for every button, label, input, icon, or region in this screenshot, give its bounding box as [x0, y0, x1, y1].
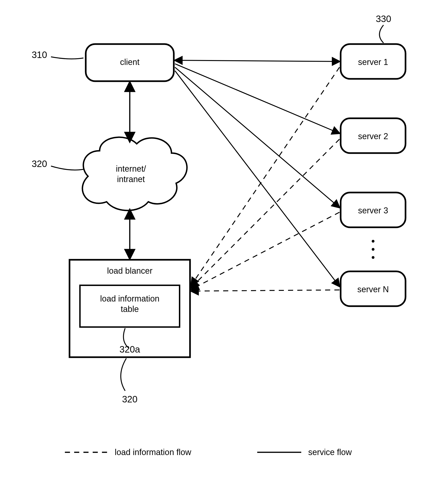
ref-network: 320 — [32, 159, 47, 169]
server-1-label: server 1 — [358, 57, 388, 67]
network-label-2: intranet — [117, 174, 145, 184]
server-3-label: server 3 — [358, 206, 388, 215]
edge-client-server3 — [175, 67, 339, 208]
network-label-1: internet/ — [116, 164, 146, 173]
ref-client-leader — [51, 57, 83, 59]
svg-point-1 — [372, 248, 374, 251]
ref-load-balancer-leader — [121, 358, 126, 391]
server-2-label: server 2 — [358, 131, 388, 141]
client-label: client — [120, 57, 140, 67]
load-balancer-label: load blancer — [107, 266, 152, 275]
edge-client-server2 — [175, 64, 339, 133]
network-cloud — [82, 137, 187, 211]
diagram-canvas: client 310 internet/ intranet 320 load b… — [0, 0, 428, 504]
ref-client: 310 — [32, 50, 47, 60]
svg-point-2 — [372, 256, 374, 259]
ref-servers: 330 — [376, 14, 391, 24]
edge-server3-lb — [191, 212, 339, 290]
svg-point-0 — [372, 240, 374, 243]
ref-load-balancer: 320 — [122, 394, 138, 404]
ref-servers-leader — [379, 25, 384, 43]
edge-client-server1 — [175, 60, 339, 61]
edge-server2-lb — [191, 139, 339, 288]
edge-client-serverN — [175, 71, 339, 286]
legend-dashed-label: load information flow — [115, 447, 191, 457]
ref-load-table: 320a — [120, 344, 140, 354]
server-n-label: server N — [357, 285, 389, 294]
server-ellipsis — [372, 240, 374, 259]
legend: load information flow service flow — [65, 447, 352, 457]
ref-network-leader — [51, 166, 83, 170]
legend-solid-label: service flow — [308, 447, 352, 457]
edge-serverN-lb — [191, 290, 339, 291]
load-table-label-1: load information — [100, 294, 159, 303]
load-table-label-2: table — [121, 304, 139, 314]
